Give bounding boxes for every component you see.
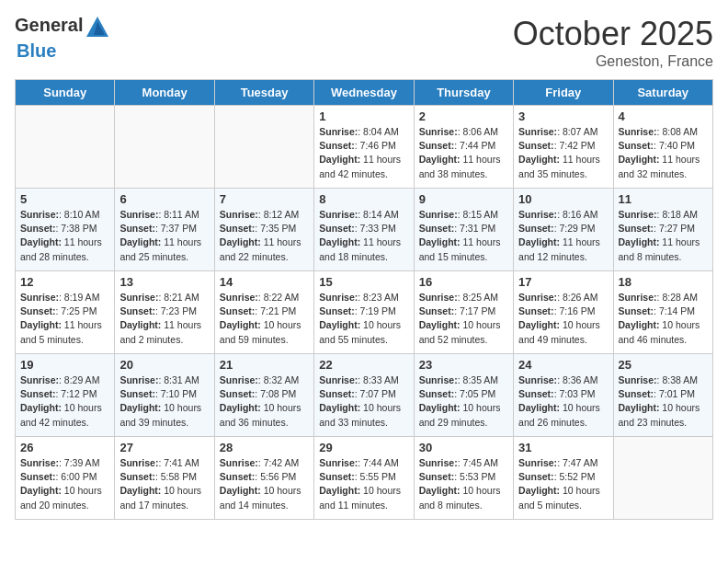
calendar-cell: 4Sunrise:: 8:08 AMSunset:: 7:40 PMDaylig… [613, 106, 712, 189]
day-number: 28 [220, 441, 309, 454]
day-info: Sunrise:: 7:45 AMSunset:: 5:53 PMDayligh… [419, 456, 508, 512]
day-header-friday: Friday [514, 80, 613, 106]
day-number: 12 [20, 275, 109, 289]
day-number: 23 [419, 358, 508, 372]
day-number: 10 [518, 192, 608, 206]
month-title: October 2025 [513, 15, 713, 53]
day-info: Sunrise:: 8:16 AMSunset:: 7:29 PMDayligh… [518, 208, 608, 264]
calendar-cell: 25Sunrise:: 8:38 AMSunset:: 7:01 PMDayli… [613, 354, 712, 437]
calendar-cell: 8Sunrise:: 8:14 AMSunset:: 7:33 PMDaylig… [314, 189, 414, 271]
day-info: Sunrise:: 8:10 AMSunset:: 7:38 PMDayligh… [20, 208, 109, 264]
day-header-monday: Monday [115, 80, 214, 106]
day-info: Sunrise:: 7:41 AMSunset:: 5:58 PMDayligh… [119, 456, 209, 512]
calendar-cell: 9Sunrise:: 8:15 AMSunset:: 7:31 PMDaylig… [414, 189, 513, 271]
calendar-cell: 30Sunrise:: 7:45 AMSunset:: 5:53 PMDayli… [414, 437, 513, 520]
calendar-cell: 31Sunrise:: 7:47 AMSunset:: 5:52 PMDayli… [514, 437, 613, 520]
calendar-cell: 18Sunrise:: 8:28 AMSunset:: 7:14 PMDayli… [613, 271, 712, 354]
day-info: Sunrise:: 8:25 AMSunset:: 7:17 PMDayligh… [419, 291, 508, 347]
day-number: 6 [119, 192, 209, 206]
day-header-tuesday: Tuesday [214, 80, 313, 106]
day-number: 27 [119, 441, 209, 454]
calendar-cell: 14Sunrise:: 8:22 AMSunset:: 7:21 PMDayli… [214, 271, 313, 354]
day-number: 5 [20, 192, 109, 206]
calendar-cell: 1Sunrise:: 8:04 AMSunset:: 7:46 PMDaylig… [314, 106, 414, 189]
day-info: Sunrise:: 8:22 AMSunset:: 7:21 PMDayligh… [220, 291, 309, 347]
day-number: 2 [419, 109, 508, 123]
page-header: General Blue October 2025 Geneston, Fran… [15, 15, 713, 70]
logo: General Blue [15, 15, 110, 62]
day-info: Sunrise:: 8:18 AMSunset:: 7:27 PMDayligh… [619, 208, 708, 264]
day-info: Sunrise:: 7:42 AMSunset:: 5:56 PMDayligh… [220, 456, 309, 512]
calendar-cell: 13Sunrise:: 8:21 AMSunset:: 7:23 PMDayli… [115, 271, 214, 354]
calendar-cell: 20Sunrise:: 8:31 AMSunset:: 7:10 PMDayli… [115, 354, 214, 437]
week-row-3: 12Sunrise:: 8:19 AMSunset:: 7:25 PMDayli… [16, 271, 713, 354]
day-number: 4 [619, 109, 708, 123]
week-row-4: 19Sunrise:: 8:29 AMSunset:: 7:12 PMDayli… [16, 354, 713, 437]
logo-general: General [15, 15, 83, 35]
calendar-cell: 28Sunrise:: 7:42 AMSunset:: 5:56 PMDayli… [214, 437, 313, 520]
week-row-1: 1Sunrise:: 8:04 AMSunset:: 7:46 PMDaylig… [16, 106, 713, 189]
calendar-cell: 3Sunrise:: 8:07 AMSunset:: 7:42 PMDaylig… [514, 106, 613, 189]
logo-blue: Blue [17, 40, 56, 61]
calendar-cell: 7Sunrise:: 8:12 AMSunset:: 7:35 PMDaylig… [214, 189, 313, 271]
day-number: 26 [20, 441, 109, 454]
day-info: Sunrise:: 8:12 AMSunset:: 7:35 PMDayligh… [220, 208, 309, 264]
header-row: SundayMondayTuesdayWednesdayThursdayFrid… [16, 80, 713, 106]
title-section: October 2025 Geneston, France [513, 15, 713, 70]
calendar-cell: 22Sunrise:: 8:33 AMSunset:: 7:07 PMDayli… [314, 354, 414, 437]
calendar-cell: 10Sunrise:: 8:16 AMSunset:: 7:29 PMDayli… [514, 189, 613, 271]
calendar-cell: 27Sunrise:: 7:41 AMSunset:: 5:58 PMDayli… [115, 437, 214, 520]
day-number: 31 [518, 441, 608, 454]
day-number: 1 [319, 109, 408, 123]
day-number: 15 [319, 275, 408, 289]
day-info: Sunrise:: 8:38 AMSunset:: 7:01 PMDayligh… [619, 373, 708, 430]
day-header-saturday: Saturday [613, 80, 712, 106]
calendar-cell: 2Sunrise:: 8:06 AMSunset:: 7:44 PMDaylig… [414, 106, 513, 189]
calendar-cell: 16Sunrise:: 8:25 AMSunset:: 7:17 PMDayli… [414, 271, 513, 354]
calendar-cell: 12Sunrise:: 8:19 AMSunset:: 7:25 PMDayli… [16, 271, 115, 354]
day-number: 29 [319, 441, 408, 454]
day-number: 24 [518, 358, 608, 372]
logo-text: General Blue [15, 15, 110, 62]
calendar-cell: 23Sunrise:: 8:35 AMSunset:: 7:05 PMDayli… [414, 354, 513, 437]
calendar-cell: 11Sunrise:: 8:18 AMSunset:: 7:27 PMDayli… [613, 189, 712, 271]
day-number: 16 [419, 275, 508, 289]
day-info: Sunrise:: 8:11 AMSunset:: 7:37 PMDayligh… [119, 208, 209, 264]
calendar-cell: 24Sunrise:: 8:36 AMSunset:: 7:03 PMDayli… [514, 354, 613, 437]
calendar-cell [115, 106, 214, 189]
day-info: Sunrise:: 8:28 AMSunset:: 7:14 PMDayligh… [619, 291, 708, 347]
week-row-2: 5Sunrise:: 8:10 AMSunset:: 7:38 PMDaylig… [16, 189, 713, 271]
day-info: Sunrise:: 7:44 AMSunset:: 5:55 PMDayligh… [319, 456, 408, 512]
day-number: 8 [319, 192, 408, 206]
day-info: Sunrise:: 8:36 AMSunset:: 7:03 PMDayligh… [518, 373, 608, 430]
day-info: Sunrise:: 7:39 AMSunset:: 6:00 PMDayligh… [20, 456, 109, 512]
day-number: 19 [20, 358, 109, 372]
day-number: 30 [419, 441, 508, 454]
day-info: Sunrise:: 8:19 AMSunset:: 7:25 PMDayligh… [20, 291, 109, 347]
calendar-cell: 6Sunrise:: 8:11 AMSunset:: 7:37 PMDaylig… [115, 189, 214, 271]
calendar-table: SundayMondayTuesdayWednesdayThursdayFrid… [15, 79, 713, 520]
day-info: Sunrise:: 8:23 AMSunset:: 7:19 PMDayligh… [319, 291, 408, 347]
calendar-cell: 21Sunrise:: 8:32 AMSunset:: 7:08 PMDayli… [214, 354, 313, 437]
day-info: Sunrise:: 8:31 AMSunset:: 7:10 PMDayligh… [119, 373, 209, 430]
day-info: Sunrise:: 8:26 AMSunset:: 7:16 PMDayligh… [518, 291, 608, 347]
logo-icon [85, 15, 110, 40]
day-info: Sunrise:: 8:06 AMSunset:: 7:44 PMDayligh… [419, 125, 508, 181]
calendar-cell [16, 106, 115, 189]
calendar-cell: 26Sunrise:: 7:39 AMSunset:: 6:00 PMDayli… [16, 437, 115, 520]
day-info: Sunrise:: 8:35 AMSunset:: 7:05 PMDayligh… [419, 373, 508, 430]
location: Geneston, France [513, 53, 713, 70]
calendar-cell [613, 437, 712, 520]
day-number: 25 [619, 358, 708, 372]
day-number: 17 [518, 275, 608, 289]
day-header-wednesday: Wednesday [314, 80, 414, 106]
week-row-5: 26Sunrise:: 7:39 AMSunset:: 6:00 PMDayli… [16, 437, 713, 520]
day-info: Sunrise:: 8:08 AMSunset:: 7:40 PMDayligh… [619, 125, 708, 181]
day-header-sunday: Sunday [16, 80, 115, 106]
calendar-cell [214, 106, 313, 189]
day-info: Sunrise:: 8:04 AMSunset:: 7:46 PMDayligh… [319, 125, 408, 181]
day-number: 18 [619, 275, 708, 289]
day-number: 7 [220, 192, 309, 206]
day-info: Sunrise:: 8:32 AMSunset:: 7:08 PMDayligh… [220, 373, 309, 430]
day-info: Sunrise:: 7:47 AMSunset:: 5:52 PMDayligh… [518, 456, 608, 512]
